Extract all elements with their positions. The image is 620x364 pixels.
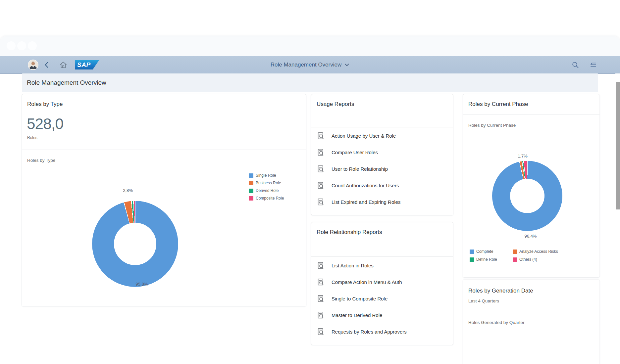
legend-swatch [249, 189, 253, 193]
legend-swatch [249, 181, 253, 185]
vertical-scrollbar-track[interactable] [615, 73, 620, 364]
page-title: Role Management Overview [27, 79, 106, 86]
legend-item: Others (4) [513, 257, 558, 262]
report-label: Requests by Roles and Approvers [332, 329, 407, 335]
traffic-light-minimize[interactable] [17, 41, 26, 50]
legend-label: Composite Role [256, 196, 284, 201]
legend-swatch [513, 250, 517, 254]
report-label: User to Role Relationship [332, 166, 388, 172]
report-link-action-usage[interactable]: Action Usage by User & Role [311, 127, 453, 144]
document-search-icon [316, 148, 325, 157]
search-icon [571, 61, 579, 69]
kpi-unit-label: Roles [27, 135, 37, 140]
card-title[interactable]: Roles by Type [27, 101, 63, 108]
card-title: Usage Reports [317, 101, 354, 108]
chart-subtitle: Roles by Current Phase [468, 123, 516, 128]
traffic-light-zoom[interactable] [28, 41, 37, 50]
card-roles-by-current-phase: Roles by Current Phase Roles by Current … [463, 94, 599, 277]
chart-legend: Complete Analyze Access Risks Define Rol… [470, 249, 558, 262]
card-usage-reports: Usage Reports Action Usage by User & Rol… [311, 94, 453, 215]
report-list: List Action in Roles Compare Action in M… [311, 257, 453, 340]
report-link-requests-roles-approvers[interactable]: Requests by Roles and Approvers [311, 323, 453, 340]
legend-item: Single Role [249, 173, 284, 178]
report-link-expired-expiring[interactable]: List Expired and Expiring Roles [311, 194, 453, 210]
document-search-icon [316, 311, 325, 320]
card-roles-by-type: Roles by Type 528,0 Roles Roles by Type … [22, 94, 306, 306]
legend-swatch [470, 257, 474, 262]
report-link-master-to-derived[interactable]: Master to Derived Role [311, 307, 453, 323]
card-divider [463, 114, 599, 114]
legend-swatch [249, 196, 253, 201]
legend-item: Derived Role [249, 188, 284, 193]
data-label-large-slice: 96,4% [525, 234, 537, 239]
document-search-icon [316, 181, 325, 190]
window-chrome-bar [0, 36, 620, 56]
app-title-dropdown[interactable]: Role Management Overview [0, 56, 620, 73]
page-title-bar: Role Management Overview [22, 73, 598, 92]
legend-item: Business Role [249, 181, 284, 185]
data-label-large-slice: 95,8% [136, 282, 148, 287]
report-label: Count Authorizations for Users [332, 183, 399, 188]
report-label: Master to Derived Role [332, 312, 382, 318]
legend-label: Single Role [256, 173, 276, 178]
report-link-list-action-in-roles[interactable]: List Action in Roles [311, 257, 453, 274]
app-title-text: Role Management Overview [271, 62, 341, 68]
legend-swatch [249, 173, 253, 178]
report-label: List Expired and Expiring Roles [332, 199, 400, 205]
report-label: List Action in Roles [332, 263, 374, 268]
donut-chart-roles-by-current-phase[interactable] [492, 161, 562, 231]
card-title: Roles by Generation Date [468, 288, 533, 294]
legend-item: Define Role [470, 257, 509, 262]
report-label: Compare User Roles [332, 150, 378, 155]
legend-label: Derived Role [256, 188, 279, 193]
card-roles-by-generation-date: Roles by Generation Date Last 4 Quarters… [463, 280, 599, 364]
report-label: Compare Action in Menu & Auth [332, 279, 402, 285]
legend-label: Analyze Access Risks [519, 249, 558, 254]
legend-swatch [470, 250, 474, 254]
card-title: Roles by Current Phase [468, 101, 528, 108]
card-divider [311, 256, 453, 257]
document-search-icon [316, 261, 325, 270]
card-title: Role Relationship Reports [317, 229, 382, 236]
legend-label: Define Role [476, 257, 497, 262]
document-search-icon [316, 164, 325, 173]
notifications-button[interactable] [589, 61, 597, 69]
chart-subtitle: Roles by Type [27, 158, 55, 163]
card-role-relationship-reports: Role Relationship Reports List Action in… [311, 222, 453, 345]
chevron-down-icon [344, 63, 349, 67]
shell-bar: SAP Role Management Overview [0, 56, 620, 74]
vertical-scrollbar-thumb[interactable] [616, 82, 620, 209]
document-search-icon [316, 327, 325, 336]
legend-item: Complete [470, 249, 509, 254]
document-search-icon [316, 131, 325, 140]
report-list: Action Usage by User & Role Compare User… [311, 127, 453, 210]
traffic-light-close[interactable] [7, 41, 16, 50]
document-search-icon [316, 278, 325, 287]
legend-label: Others (4) [519, 257, 537, 262]
report-link-single-to-composite[interactable]: Single to Composite Role [311, 290, 453, 307]
notification-list-icon [589, 61, 597, 69]
report-link-compare-action-menu-auth[interactable]: Compare Action in Menu & Auth [311, 274, 453, 290]
legend-swatch [513, 257, 517, 262]
card-divider [22, 150, 306, 150]
legend-label: Complete [476, 249, 493, 254]
document-search-icon [316, 198, 325, 206]
legend-label: Business Role [256, 181, 281, 185]
data-label-small-slice: 2,8% [123, 188, 133, 193]
card-subtitle: Last 4 Quarters [468, 298, 499, 303]
report-label: Action Usage by User & Role [332, 133, 396, 139]
chart-legend: Single Role Business Role Derived Role C… [249, 173, 284, 201]
kpi-value: 528,0 [27, 115, 63, 133]
document-search-icon [316, 294, 325, 303]
legend-item: Composite Role [249, 196, 284, 201]
screen: SAP Role Management Overview [0, 0, 620, 364]
data-label-small-slice: 1,7% [518, 154, 528, 159]
report-link-user-to-role[interactable]: User to Role Relationship [311, 160, 453, 177]
legend-item: Analyze Access Risks [513, 249, 558, 254]
browser-window: SAP Role Management Overview [0, 36, 620, 364]
donut-chart-roles-by-type[interactable] [92, 201, 178, 287]
search-button[interactable] [571, 61, 580, 69]
report-label: Single to Composite Role [332, 296, 388, 301]
report-link-count-authorizations[interactable]: Count Authorizations for Users [311, 177, 453, 194]
report-link-compare-user-roles[interactable]: Compare User Roles [311, 144, 453, 160]
